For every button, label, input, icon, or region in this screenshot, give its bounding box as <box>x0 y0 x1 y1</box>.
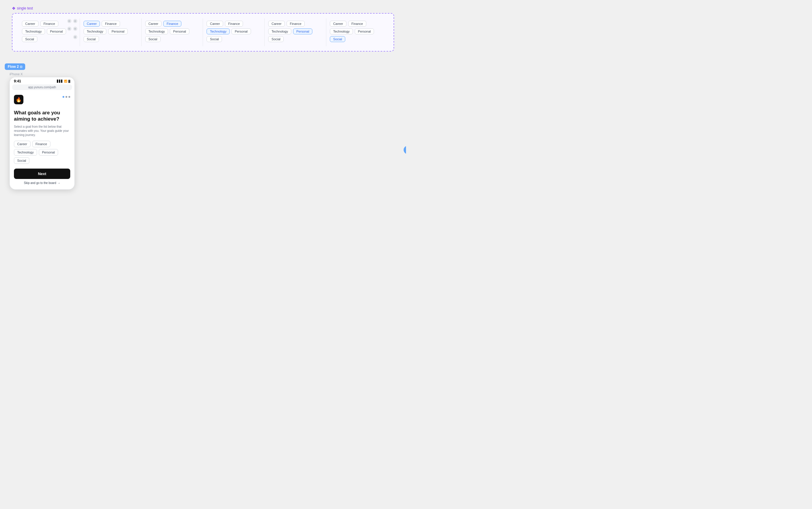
flame-icon: 🔥 <box>16 97 22 103</box>
skip-text: Skip and go to the board <box>24 181 56 184</box>
tag-row-5-1: Career Finance <box>330 21 384 27</box>
phone-content: 🔥 What goals are you aiming to achieve? … <box>10 93 74 189</box>
phone-tag-career[interactable]: Career <box>14 141 31 147</box>
tag-career-v2[interactable]: Career <box>145 21 162 27</box>
phone-tag-row-2: Technology Personal <box>14 149 70 156</box>
flow-icon: ⊡ <box>20 65 22 68</box>
tag-finance-v5[interactable]: Finance <box>348 21 366 27</box>
signal-icon: ▋▋▋ <box>57 80 63 83</box>
top-section: ❖ single test Career Finance ⚙ ⚙ Technol… <box>0 0 406 58</box>
bottom-section: Flow 2 ⊡ iPhone X 9:41 ▋▋▋ 📶 ▓ app.yunur… <box>0 58 406 190</box>
gear-icon-2: ⚙ <box>73 19 77 23</box>
tag-tech-v5[interactable]: Technology <box>330 28 353 34</box>
tag-career-v3[interactable]: Career <box>207 21 223 27</box>
single-test-text: single test <box>17 6 33 10</box>
single-test-label: ❖ single test <box>12 6 394 11</box>
tag-social-v4[interactable]: Social <box>268 36 283 42</box>
tag-row-3-2: Technology Personal <box>207 28 261 34</box>
tag-personal-v2[interactable]: Personal <box>170 28 189 34</box>
tag-social-v1[interactable]: Social <box>83 36 99 42</box>
tag-row-1-3: Social <box>83 36 138 42</box>
tag-row-1-2: Technology Personal <box>83 28 138 34</box>
tag-finance-v1[interactable]: Finance <box>102 21 120 27</box>
tag-personal-v0[interactable]: Personal <box>47 28 66 34</box>
address-bar[interactable]: app.yunuru.com/path <box>12 84 72 90</box>
tag-row-4-1: Career Finance <box>268 21 323 27</box>
tag-tech-v3[interactable]: Technology <box>207 28 230 34</box>
status-icons: ▋▋▋ 📶 ▓ <box>57 80 70 83</box>
flow-badge[interactable]: Flow 2 ⊡ <box>5 63 25 70</box>
tag-personal-v4[interactable]: Personal <box>293 28 312 34</box>
question-subtitle: Select a goal from the list below that r… <box>14 125 70 137</box>
tag-tech-v4[interactable]: Technology <box>268 28 291 34</box>
skip-link[interactable]: Skip and go to the board → <box>14 181 70 184</box>
tag-finance-v2[interactable]: Finance <box>163 21 181 27</box>
tag-row-1-1: Career Finance <box>83 21 138 27</box>
tag-career-v1[interactable]: Career <box>83 21 100 27</box>
dot-1 <box>63 96 64 98</box>
status-time: 9:41 <box>14 79 21 83</box>
preview-container: Career Finance ⚙ ⚙ Technology Personal ⚙… <box>12 13 394 52</box>
tag-personal-v3[interactable]: Personal <box>232 28 251 34</box>
tag-social-v5[interactable]: Social <box>330 36 345 42</box>
tag-row-3-1: Career Finance <box>207 21 261 27</box>
tag-row-2-1: Career Finance <box>145 21 199 27</box>
variant-col-4: Career Finance Technology Personal Socia… <box>265 19 326 46</box>
tag-finance-v0[interactable]: Finance <box>40 21 58 27</box>
tag-row-0-3: Social ⚙ <box>22 36 76 42</box>
tag-finance-v4[interactable]: Finance <box>286 21 305 27</box>
tag-row-5-2: Technology Personal <box>330 28 384 34</box>
flow-label: Flow 2 <box>8 65 19 69</box>
variant-col-5: Career Finance Technology Personal Socia… <box>326 19 387 46</box>
tag-personal-v5[interactable]: Personal <box>355 28 374 34</box>
tag-tech-v2[interactable]: Technology <box>145 28 168 34</box>
phone-tag-technology[interactable]: Technology <box>14 149 37 156</box>
gear-icon-4: ⚙ <box>73 27 77 31</box>
tag-tech-v0[interactable]: Technology <box>22 28 45 34</box>
dot-3 <box>68 96 70 98</box>
tag-row-3-3: Social <box>207 36 261 42</box>
gear-icon-5: ⚙ <box>73 35 77 39</box>
page-dots <box>63 96 70 98</box>
tag-row-5-3: Social <box>330 36 384 42</box>
battery-icon: ▓ <box>68 80 70 83</box>
tag-row-0-2: Technology Personal ⚙ ⚙ <box>22 28 76 34</box>
phone-tag-finance[interactable]: Finance <box>32 141 50 147</box>
tag-social-v0[interactable]: Social <box>22 36 37 42</box>
tag-finance-v3[interactable]: Finance <box>225 21 243 27</box>
tag-personal-v1[interactable]: Personal <box>108 28 128 34</box>
phone-tag-row-3: Social <box>14 157 70 164</box>
status-bar: 9:41 ▋▋▋ 📶 ▓ <box>10 77 74 84</box>
app-logo: 🔥 <box>14 95 24 104</box>
tag-row-4-2: Technology Personal <box>268 28 323 34</box>
iphone-label: iPhone X <box>9 72 406 76</box>
variant-col-3: Career Finance Technology Personal Socia… <box>203 19 265 46</box>
tag-career-v4[interactable]: Career <box>268 21 285 27</box>
tag-social-v3[interactable]: Social <box>207 36 222 42</box>
tag-row-2-2: Technology Personal <box>145 28 199 34</box>
tag-career-v0[interactable]: Career <box>22 21 38 27</box>
phone-tag-social[interactable]: Social <box>14 157 29 164</box>
phone-tag-personal[interactable]: Personal <box>39 149 58 156</box>
next-button[interactable]: Next <box>14 169 70 179</box>
gear-icon-3: ⚙ <box>67 27 71 31</box>
phone-tag-row-1: Career Finance <box>14 141 70 147</box>
tag-social-v2[interactable]: Social <box>145 36 161 42</box>
gem-icon: ❖ <box>12 6 16 11</box>
tag-row-4-3: Social <box>268 36 323 42</box>
variant-col-2: Career Finance Technology Personal Socia… <box>142 19 203 46</box>
tag-row-0-1: Career Finance ⚙ ⚙ <box>22 21 76 27</box>
question-title: What goals are you aiming to achieve? <box>14 110 70 122</box>
gear-icon-1: ⚙ <box>67 19 71 23</box>
variant-col-0: Career Finance ⚙ ⚙ Technology Personal ⚙… <box>19 19 80 46</box>
skip-arrow-icon: → <box>57 181 60 184</box>
tag-tech-v1[interactable]: Technology <box>83 28 107 34</box>
dot-2 <box>66 96 67 98</box>
tag-row-2-3: Social <box>145 36 199 42</box>
wifi-icon: 📶 <box>64 80 67 83</box>
tag-career-v5[interactable]: Career <box>330 21 346 27</box>
iphone-frame: 9:41 ▋▋▋ 📶 ▓ app.yunuru.com/path 🔥 <box>9 77 75 190</box>
share-bubble[interactable]: ⟨ <box>404 146 406 154</box>
variant-col-1: Career Finance Technology Personal Socia… <box>80 19 142 46</box>
